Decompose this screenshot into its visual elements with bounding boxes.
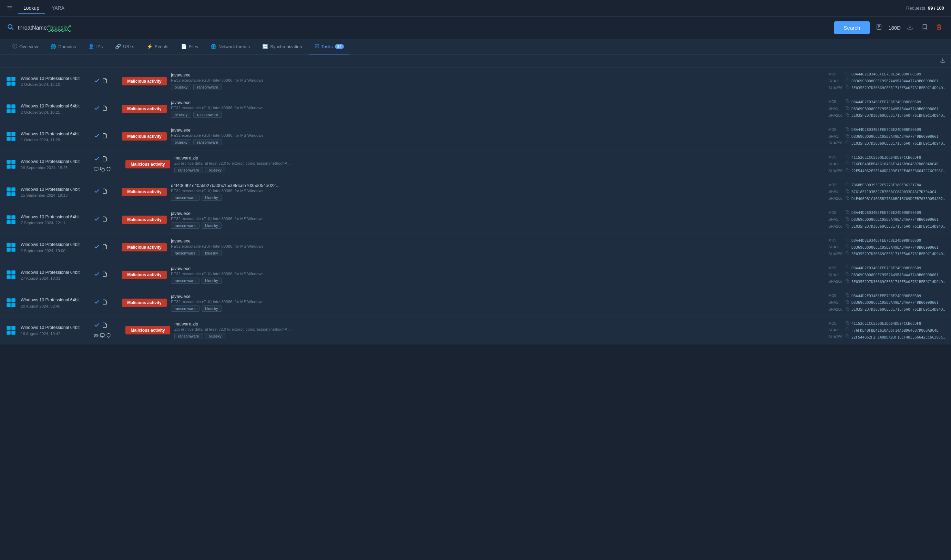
tag[interactable]: bluesky — [202, 223, 222, 229]
sha1-copy-icon[interactable] — [846, 272, 849, 278]
table-row[interactable]: Windows 10 Professional 64bit 16 August … — [0, 317, 951, 345]
md5-copy-icon[interactable] — [846, 292, 849, 299]
sha256-copy-icon[interactable] — [846, 278, 849, 285]
sha1-copy-icon[interactable] — [846, 244, 849, 251]
tag[interactable]: ransomware — [174, 333, 203, 339]
md5-copy-icon[interactable] — [846, 98, 849, 105]
tag[interactable]: bluesky — [202, 195, 222, 201]
tab-overview[interactable]: ⓘ Overview — [7, 39, 43, 54]
tab-events[interactable]: ⚡ Events — [141, 40, 174, 54]
trash-icon-button[interactable] — [934, 22, 944, 34]
md5-copy-icon[interactable] — [846, 209, 849, 216]
doc-icon[interactable] — [102, 322, 108, 329]
table-row[interactable]: Windows 10 Professional 64bit 2 Septembe… — [0, 234, 951, 261]
tab-domains[interactable]: 🌐 Domains — [45, 40, 81, 54]
search-button[interactable]: Search — [834, 22, 870, 34]
tab-ips[interactable]: 👤 IPs — [83, 40, 108, 54]
check-icon[interactable] — [94, 188, 100, 195]
sha1-copy-icon[interactable] — [846, 299, 849, 306]
sha256-copy-icon[interactable] — [846, 251, 849, 258]
tag[interactable]: bluesky — [171, 84, 191, 90]
table-row[interactable]: Windows 10 Professional 64bit 20 August … — [0, 289, 951, 317]
doc-icon[interactable] — [102, 156, 108, 163]
toolbar-download-icon[interactable] — [940, 57, 945, 65]
tag[interactable]: bluesky — [202, 278, 222, 284]
md5-copy-icon[interactable] — [846, 71, 849, 78]
md5-copy-icon[interactable] — [846, 237, 849, 244]
monitor-icon[interactable] — [94, 167, 99, 172]
table-row[interactable]: Windows 10 Professional 64bit 2 October … — [0, 68, 951, 95]
sha1-copy-icon[interactable] — [846, 78, 849, 85]
shield-icon[interactable] — [106, 333, 111, 339]
sha256-copy-icon[interactable] — [846, 168, 849, 175]
copy-icon[interactable] — [100, 167, 105, 172]
tag[interactable]: bluesky — [205, 333, 225, 339]
doc-icon[interactable] — [102, 271, 108, 278]
md5-copy-icon[interactable] — [846, 320, 849, 327]
tag[interactable]: ransomware — [171, 306, 199, 312]
table-row[interactable]: Windows 10 Professional 64bit 7 Septembe… — [0, 206, 951, 234]
tag[interactable]: ransomware — [193, 139, 222, 145]
tag[interactable]: bluesky — [171, 112, 191, 118]
sha256-copy-icon[interactable] — [846, 334, 849, 341]
table-row[interactable]: Windows 10 Professional 64bit 1 October … — [0, 123, 951, 151]
bookmark-icon-button[interactable] — [919, 22, 929, 34]
tab-synchronization[interactable]: 🔄 Synchronization — [257, 40, 308, 54]
tag[interactable]: ransomware — [171, 250, 199, 256]
doc-icon[interactable] — [102, 78, 108, 85]
sha256-copy-icon[interactable] — [846, 306, 849, 313]
download-icon-button[interactable] — [905, 22, 915, 34]
shield-icon[interactable] — [106, 167, 111, 172]
table-row[interactable]: Windows 10 Professional 64bit 27 August … — [0, 262, 951, 289]
tag[interactable]: ransomware — [193, 112, 222, 118]
tag[interactable]: ransomware — [171, 278, 199, 284]
check-icon[interactable] — [94, 299, 100, 306]
check-icon[interactable] — [94, 322, 100, 329]
md5-copy-icon[interactable] — [846, 182, 849, 189]
tag[interactable]: bluesky — [171, 139, 191, 145]
tab-urls[interactable]: 🔗 URLs — [109, 40, 140, 54]
bug-icon[interactable] — [94, 333, 99, 339]
search-query[interactable]: threatName:"bluesky" — [18, 25, 830, 31]
document-icon-button[interactable] — [874, 22, 884, 34]
sha256-copy-icon[interactable] — [846, 223, 849, 230]
sha1-copy-icon[interactable] — [846, 105, 849, 112]
check-icon[interactable] — [94, 243, 100, 251]
doc-icon[interactable] — [102, 216, 108, 223]
md5-copy-icon[interactable] — [846, 126, 849, 133]
doc-icon[interactable] — [102, 188, 108, 195]
sha256-copy-icon[interactable] — [846, 112, 849, 119]
table-row[interactable]: Windows 10 Professional 64bit 26 Septemb… — [0, 151, 951, 178]
sha1-copy-icon[interactable] — [846, 188, 849, 195]
tag[interactable]: ransomware — [171, 195, 199, 201]
tag[interactable]: bluesky — [202, 250, 222, 256]
sha1-copy-icon[interactable] — [846, 327, 849, 334]
tag[interactable]: bluesky — [202, 306, 222, 312]
check-icon[interactable] — [94, 105, 100, 112]
nav-tab-yara[interactable]: YARA — [46, 2, 70, 14]
doc-icon[interactable] — [102, 299, 108, 306]
md5-copy-icon[interactable] — [846, 154, 849, 161]
check-icon[interactable] — [94, 77, 100, 85]
sha256-copy-icon[interactable] — [846, 195, 849, 202]
check-icon[interactable] — [94, 216, 100, 223]
tab-network-threats[interactable]: 🌐 Network threats — [205, 40, 255, 54]
nav-tab-lookup[interactable]: Lookup — [18, 2, 45, 14]
table-row[interactable]: Windows 10 Professional 64bit 15 Septemb… — [0, 178, 951, 206]
doc-icon[interactable] — [102, 105, 108, 112]
tag[interactable]: ransomware — [193, 84, 222, 90]
doc-icon[interactable] — [102, 133, 108, 140]
sha256-copy-icon[interactable] — [846, 85, 849, 92]
tag[interactable]: ransomware — [171, 223, 199, 229]
tab-files[interactable]: 📄 Files — [176, 40, 203, 54]
sha1-copy-icon[interactable] — [846, 133, 849, 140]
sha256-copy-icon[interactable] — [846, 140, 849, 147]
check-icon[interactable] — [94, 132, 100, 140]
hamburger-icon[interactable]: ☰ — [7, 5, 12, 12]
tab-tasks[interactable]: Tasks 84 — [309, 40, 349, 54]
check-icon[interactable] — [94, 271, 100, 278]
table-row[interactable]: Windows 10 Professional 64bit 2 October … — [0, 95, 951, 123]
monitor-icon[interactable] — [100, 333, 105, 339]
md5-copy-icon[interactable] — [846, 265, 849, 272]
sha1-copy-icon[interactable] — [846, 161, 849, 168]
